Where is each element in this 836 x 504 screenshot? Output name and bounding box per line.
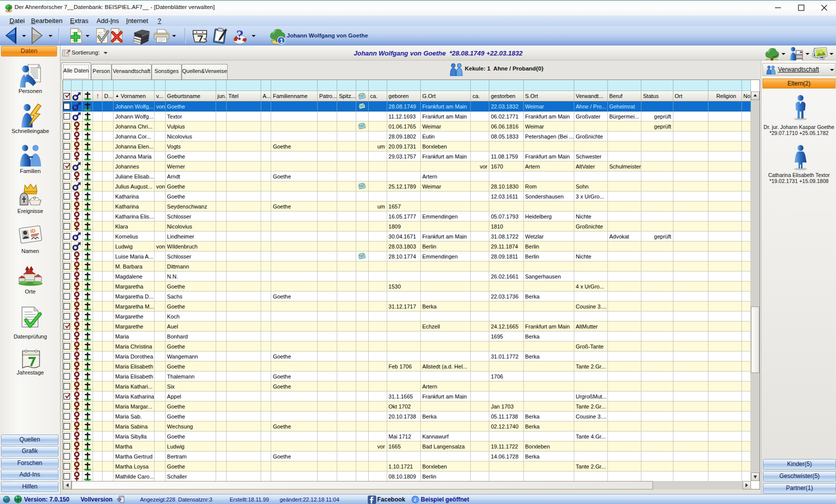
svg-text:1: 1 (280, 38, 283, 44)
svg-text:?: ? (236, 28, 244, 43)
svg-text:ID: ID (30, 228, 36, 234)
